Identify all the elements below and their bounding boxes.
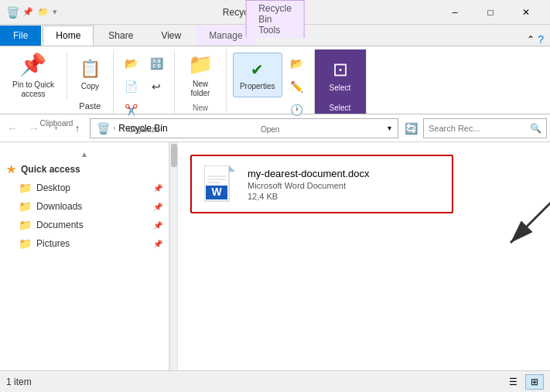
large-icons-view-icon: ⊞ xyxy=(531,377,538,387)
pin-to-quick-access-label: Pin to Quickaccess xyxy=(12,80,54,99)
select-group-label: Select xyxy=(321,102,360,114)
search-input[interactable] xyxy=(429,124,527,133)
sidebar-quick-access-header[interactable]: ★ Quick access xyxy=(0,160,169,179)
rename-button[interactable]: 🔠 xyxy=(145,53,168,74)
desktop-pin-icon: 📌 xyxy=(153,184,162,193)
svg-line-8 xyxy=(511,150,550,243)
history-button[interactable]: 🕐 xyxy=(285,99,308,121)
minimize-button[interactable]: – xyxy=(437,0,473,25)
properties-button[interactable]: ✔ Properties xyxy=(233,53,282,97)
select-icon: ⊡ xyxy=(333,59,348,80)
star-icon: ★ xyxy=(6,163,16,176)
sidebar-item-pictures-label: Pictures xyxy=(36,238,70,249)
sidebar-item-documents[interactable]: 📁 Documents 📌 xyxy=(0,216,169,234)
large-icons-view-button[interactable]: ⊞ xyxy=(525,374,544,390)
search-icon: 🔍 xyxy=(530,123,541,134)
refresh-button[interactable]: 🔄 xyxy=(401,119,420,138)
sidebar-item-desktop-label: Desktop xyxy=(36,182,70,193)
tab-home[interactable]: Home xyxy=(43,26,94,46)
recycle-bin-tools-tab[interactable]: Recycle Bin Tools xyxy=(245,0,305,38)
copy-to-icon: 📄 xyxy=(125,80,138,93)
copy-to-button[interactable]: 📄 xyxy=(120,76,142,97)
file-type: Microsoft Word Document xyxy=(248,181,370,190)
sidebar-scrollbar-thumb[interactable] xyxy=(171,144,177,167)
sidebar-scrollbar[interactable] xyxy=(169,142,177,370)
file-size: 12,4 KB xyxy=(248,192,370,201)
tab-share[interactable]: Share xyxy=(95,26,146,46)
word-file-icon: W xyxy=(204,165,235,203)
rename-icon: 🔠 xyxy=(150,57,163,70)
paste-button[interactable]: Paste xyxy=(73,97,107,114)
tab-file[interactable]: File xyxy=(0,26,41,46)
sidebar-item-documents-label: Documents xyxy=(36,220,84,230)
help-button[interactable]: ? xyxy=(538,33,544,46)
main-content: ▲ ★ Quick access 📁 Desktop 📌 📁 Downloads… xyxy=(0,142,550,370)
edit-button[interactable]: ✏️ xyxy=(285,76,308,97)
pictures-pin-icon: 📌 xyxy=(153,240,162,248)
documents-pin-icon: 📌 xyxy=(153,221,162,230)
sidebar-item-downloads[interactable]: 📁 Downloads 📌 xyxy=(0,197,169,216)
delete-button[interactable]: ✂️ xyxy=(120,99,142,121)
open-group-label: Open xyxy=(233,124,308,135)
title-bar-icons: 🗑️ 📌 📁 ▾ xyxy=(6,6,57,19)
downloads-pin-icon: 📌 xyxy=(153,203,162,211)
details-view-button[interactable]: ☰ xyxy=(504,374,522,390)
sidebar-item-desktop[interactable]: 📁 Desktop 📌 xyxy=(0,179,169,197)
tab-view[interactable]: View xyxy=(148,26,194,46)
ribbon-collapse-button[interactable]: ⌃ xyxy=(527,34,535,45)
maximize-button[interactable]: □ xyxy=(473,0,508,25)
history-icon: 🕐 xyxy=(290,104,303,116)
desktop-folder-icon: 📁 xyxy=(19,182,32,194)
copy-button[interactable]: 📋 Copy xyxy=(73,53,107,96)
copy-icon: 📋 xyxy=(80,59,101,79)
clipboard-group-label: Clipboard xyxy=(6,118,107,129)
move-to-icon: 📂 xyxy=(125,57,138,70)
address-dropdown[interactable]: ▾ xyxy=(388,124,391,132)
ribbon-group-open: ✔ Properties 📂 ✏️ 🕐 Open xyxy=(227,49,315,114)
details-view-icon: ☰ xyxy=(509,377,518,387)
pin-to-quick-access-button[interactable]: 📌 Pin to Quickaccess xyxy=(6,53,60,97)
new-folder-small-icon: 📁 xyxy=(37,6,50,19)
ribbon: 📌 Pin to Quickaccess 📋 Copy Paste Clipbo… xyxy=(0,46,550,114)
checkmark-icon: ✔ xyxy=(251,60,264,79)
edit-icon: ✏️ xyxy=(290,80,303,93)
file-icon-container: W xyxy=(201,165,238,203)
sidebar: ▲ ★ Quick access 📁 Desktop 📌 📁 Downloads… xyxy=(0,142,169,370)
close-button[interactable]: ✕ xyxy=(508,0,544,25)
select-label: Select xyxy=(330,84,351,92)
ribbon-group-organize: 📂 📄 ✂️ 🔠 ↩ Organize xyxy=(114,49,175,114)
new-folder-button[interactable]: 📁 Newfolder xyxy=(181,53,220,97)
quick-access-label: Quick access xyxy=(21,164,80,175)
title-bar: 🗑️ 📌 📁 ▾ Recycle Bin Recycle Bin Tools –… xyxy=(0,0,550,25)
file-details: my-dearest-document.docx Microsoft Word … xyxy=(248,168,370,201)
sidebar-item-pictures[interactable]: 📁 Pictures 📌 xyxy=(0,234,169,253)
sidebar-item-downloads-label: Downloads xyxy=(36,201,82,212)
new-folder-label: Newfolder xyxy=(190,80,210,98)
ribbon-group-clipboard: 📌 Pin to Quickaccess 📋 Copy Paste Clipbo… xyxy=(0,49,114,114)
select-button[interactable]: ⊡ Select xyxy=(321,53,360,97)
file-name: my-dearest-document.docx xyxy=(248,168,370,179)
paste-label: Paste xyxy=(79,101,101,111)
pictures-folder-icon: 📁 xyxy=(19,237,32,250)
undo-icon: ↩ xyxy=(152,80,161,93)
file-item[interactable]: W my-dearest-document.docx Microsoft Wor… xyxy=(190,155,453,213)
ribbon-group-new: 📁 Newfolder New xyxy=(175,49,227,114)
ribbon-group-select: ⊡ Select Select xyxy=(315,49,367,114)
scroll-up-indicator[interactable]: ▲ xyxy=(0,148,169,160)
file-area: W my-dearest-document.docx Microsoft Wor… xyxy=(178,142,550,370)
undo-button[interactable]: ↩ xyxy=(145,76,168,97)
new-folder-icon: 📁 xyxy=(188,53,213,77)
delete-icon: ✂️ xyxy=(125,104,138,116)
svg-text:W: W xyxy=(211,186,222,198)
open-button[interactable]: 📂 xyxy=(285,53,308,74)
recycle-bin-icon: 🗑️ xyxy=(6,6,19,19)
window-controls: – □ ✕ xyxy=(437,0,544,25)
organize-group-label: Organize xyxy=(120,124,168,135)
sidebar-container: ▲ ★ Quick access 📁 Desktop 📌 📁 Downloads… xyxy=(0,142,178,370)
open-icon: 📂 xyxy=(290,57,303,70)
documents-folder-icon: 📁 xyxy=(19,219,32,231)
pin-icon: 📌 xyxy=(19,52,46,77)
move-to-button[interactable]: 📂 xyxy=(120,53,142,74)
search-box[interactable]: 🔍 xyxy=(423,118,547,138)
svg-marker-1 xyxy=(229,165,235,172)
